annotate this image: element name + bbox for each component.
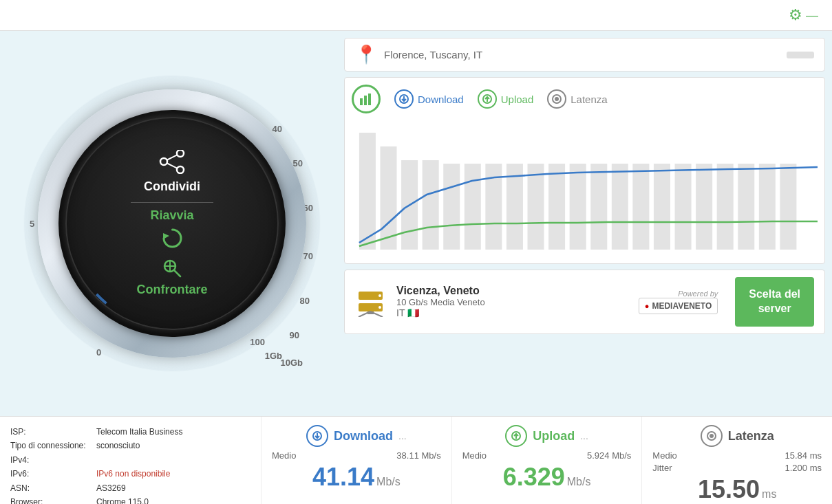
ipv4-label: IPv4: xyxy=(10,453,93,467)
bottom-stats: ISP: Telecom Italia Business Tipo di con… xyxy=(0,416,832,504)
upload-stat-header: Upload ... xyxy=(462,425,632,447)
gauge-inner: Condividi Riavvia Con xyxy=(58,110,286,337)
upload-medio-label: Medio xyxy=(462,450,487,461)
bar-chart-svg xyxy=(359,93,373,105)
download-medio-value: 38.11 Mb/s xyxy=(396,450,440,461)
select-server-button[interactable]: Scelta del server xyxy=(735,277,814,327)
latency-tab-icon xyxy=(547,89,566,109)
server-icon xyxy=(355,286,386,317)
svg-rect-23 xyxy=(423,160,439,250)
mv-icon: ● xyxy=(645,302,650,310)
svg-rect-47 xyxy=(367,311,374,314)
refresh-svg-icon xyxy=(160,226,184,250)
ipv4-row: IPv4: xyxy=(10,453,250,467)
download-stat-card: Download ... Medio 38.11 Mb/s 41.14 Mb/s xyxy=(262,417,452,504)
gauge-section: 0 5 10 15 20 30 40 50 60 70 80 90 100 xyxy=(7,38,337,409)
chart-section: Download Upload xyxy=(344,77,825,264)
location-pin-icon: 📍 xyxy=(355,44,377,65)
tick-90: 90 xyxy=(290,330,299,340)
latency-jitter-value: 1.200 ms xyxy=(785,463,822,473)
confrontare-button[interactable]: Confrontare xyxy=(131,283,213,297)
location-extra xyxy=(787,52,814,58)
tick-80: 80 xyxy=(300,296,310,306)
chart-tab-download-label: Download xyxy=(418,94,464,105)
tick-10gb: 10Gb xyxy=(280,358,303,368)
svg-rect-11 xyxy=(360,98,363,105)
asn-value: AS3269 xyxy=(96,481,126,495)
mv-text: MEDIAVENETO xyxy=(652,301,712,311)
svg-marker-6 xyxy=(163,233,169,239)
settings-icon[interactable]: ⚙ xyxy=(789,6,802,24)
media-veneto-logo: ● MEDIAVENETO xyxy=(639,298,718,314)
chart-tab-latency[interactable]: Latenza xyxy=(547,89,607,109)
svg-rect-37 xyxy=(717,164,734,250)
server-svg-icon xyxy=(355,286,386,317)
info-section: ISP: Telecom Italia Business Tipo di con… xyxy=(0,417,262,504)
connection-row: Tipo di connessione: sconosciuto xyxy=(10,439,250,452)
isp-row: ISP: Telecom Italia Business xyxy=(10,425,250,439)
latency-medio-value: 15.84 ms xyxy=(785,450,822,461)
location-bar: 📍 Florence, Tuscany, IT xyxy=(344,38,825,72)
download-stat-icon xyxy=(306,425,328,447)
tick-1gb: 1Gb xyxy=(265,351,282,361)
connection-label: Tipo di connessione: xyxy=(10,439,93,452)
svg-rect-24 xyxy=(443,164,460,250)
svg-rect-40 xyxy=(780,164,796,250)
latency-stat-circle xyxy=(707,431,716,441)
upload-stat-title: Upload xyxy=(533,429,575,443)
upload-main-value: 6.329 xyxy=(503,465,565,490)
server-flag: IT 🇮🇹 xyxy=(396,307,628,318)
upload-stat-card: Upload ... Medio 5.924 Mb/s 6.329 Mb/s xyxy=(452,417,643,504)
chart-tab-latency-label: Latenza xyxy=(570,94,607,105)
main-content: 0 5 10 15 20 30 40 50 60 70 80 90 100 xyxy=(0,31,832,416)
download-stat-header: Download ... xyxy=(272,425,441,447)
latency-jitter-row: Jitter 1.200 ms xyxy=(652,463,822,473)
svg-point-44 xyxy=(378,306,381,309)
latency-main-value: 15.50 xyxy=(698,477,760,502)
svg-point-2 xyxy=(177,150,184,157)
upload-tab-icon xyxy=(478,89,497,109)
download-main-row: 41.14 Mb/s xyxy=(312,465,401,490)
gauge-ring: Condividi Riavvia Con xyxy=(38,89,306,358)
ipv6-row: IPv6: IPv6 non disponibile xyxy=(10,467,250,481)
svg-rect-31 xyxy=(590,164,607,250)
download-arrow-svg xyxy=(399,94,409,104)
download-stat-arrow xyxy=(312,431,322,441)
asn-label: ASN: xyxy=(10,481,93,495)
svg-line-5 xyxy=(167,163,178,168)
settings-line-icon: — xyxy=(806,8,818,23)
download-medio-row: Medio 38.11 Mb/s xyxy=(272,450,441,461)
latency-stat-icon xyxy=(701,425,723,447)
chart-area xyxy=(352,119,818,256)
chart-tab-upload[interactable]: Upload xyxy=(478,89,534,109)
right-section: 📍 Florence, Tuscany, IT xyxy=(344,38,825,409)
upload-stat-dots[interactable]: ... xyxy=(580,430,588,441)
location-text: Florence, Tuscany, IT xyxy=(384,49,482,61)
upload-arrow-svg xyxy=(482,94,492,104)
svg-rect-36 xyxy=(696,164,712,250)
svg-rect-25 xyxy=(465,164,481,250)
powered-by-label: Powered by xyxy=(639,289,718,298)
latency-circle-svg xyxy=(552,94,562,104)
svg-rect-33 xyxy=(632,164,649,250)
chart-tab-download[interactable]: Download xyxy=(394,89,464,109)
condividi-button[interactable]: Condividi xyxy=(131,179,213,194)
svg-rect-32 xyxy=(612,164,628,250)
upload-medio-row: Medio 5.924 Mb/s xyxy=(462,450,632,461)
svg-rect-12 xyxy=(364,96,367,105)
upload-main-row: 6.329 Mb/s xyxy=(503,465,591,490)
upload-stat-arrow xyxy=(511,431,521,441)
latency-main-row: 15.50 ms xyxy=(698,477,776,502)
connection-value: sconosciuto xyxy=(96,439,140,452)
chart-type-icon[interactable] xyxy=(352,85,381,113)
browser-row: Browser: Chrome 115.0 xyxy=(10,495,250,504)
download-stat-dots[interactable]: ... xyxy=(398,430,407,441)
latency-unit: ms xyxy=(762,488,776,501)
server-city: Vicenza, Veneto xyxy=(396,285,628,297)
riavvia-button[interactable]: Riavvia xyxy=(131,208,213,223)
svg-line-8 xyxy=(174,270,180,276)
gauge-outer: 0 5 10 15 20 30 40 50 60 70 80 90 100 xyxy=(24,76,320,371)
svg-rect-30 xyxy=(570,164,586,250)
gauge-center-content: Condividi Riavvia Con xyxy=(131,150,213,297)
svg-rect-20 xyxy=(359,133,376,250)
